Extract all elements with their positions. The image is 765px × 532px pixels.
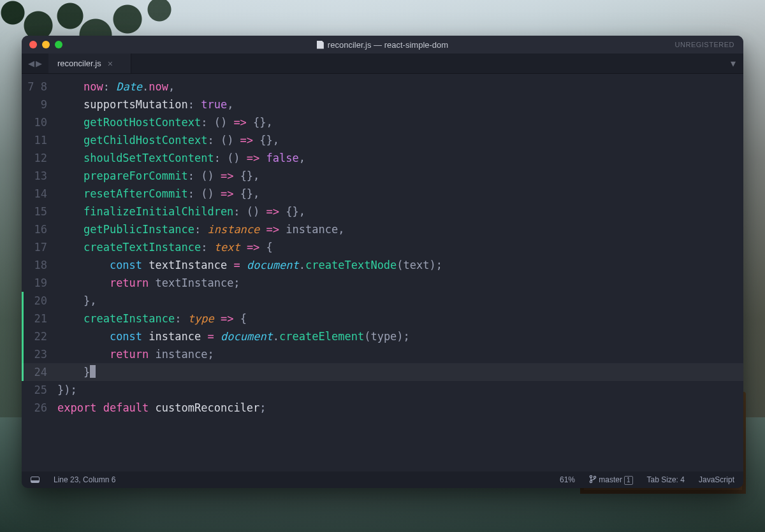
titlebar[interactable]: reconciler.js — react-simple-dom UNREGIS…: [22, 36, 743, 54]
syntax-language[interactable]: JavaScript: [699, 475, 734, 484]
window-controls: [22, 41, 62, 48]
editor-window: reconciler.js — react-simple-dom UNREGIS…: [22, 36, 743, 488]
code-area[interactable]: 7 8 9 10 11 12 13 14 15 16 17 18 19 20 2…: [22, 74, 743, 471]
indentation-setting[interactable]: Tab Size: 4: [647, 475, 685, 484]
desktop-wallpaper: reconciler.js — react-simple-dom UNREGIS…: [0, 0, 765, 532]
git-branch-name: master: [599, 475, 622, 484]
close-window-button[interactable]: [29, 41, 37, 48]
window-title: reconciler.js — react-simple-dom: [22, 40, 743, 50]
vcs-gutter: [22, 74, 26, 471]
status-bar: Line 23, Column 6 61% master1 Tab Size: …: [22, 471, 743, 488]
nav-arrows: ◀ ▶: [22, 54, 48, 73]
tab-bar: ◀ ▶ reconciler.js × ▾: [22, 54, 743, 74]
tab-close-icon[interactable]: ×: [108, 59, 113, 69]
panel-toggle-icon[interactable]: [31, 477, 40, 483]
tab-overflow-icon[interactable]: ▾: [723, 54, 743, 73]
git-ahead-count: 1: [624, 476, 633, 485]
scroll-percent[interactable]: 61%: [560, 475, 575, 484]
tab-filename: reconciler.js: [57, 59, 101, 68]
nav-back-icon[interactable]: ◀: [28, 59, 34, 68]
svg-point-2: [594, 476, 595, 478]
nav-forward-icon[interactable]: ▶: [36, 59, 42, 68]
maximize-window-button[interactable]: [55, 41, 62, 48]
file-tab[interactable]: reconciler.js ×: [48, 54, 131, 73]
git-branch[interactable]: master1: [589, 475, 633, 485]
file-icon: [317, 41, 324, 49]
git-branch-icon: [589, 475, 597, 484]
unregistered-label: UNREGISTERED: [675, 41, 743, 48]
svg-point-1: [590, 480, 592, 482]
cursor-position[interactable]: Line 23, Column 6: [54, 475, 115, 484]
line-number-gutter[interactable]: 7 8 9 10 11 12 13 14 15 16 17 18 19 20 2…: [26, 74, 54, 471]
code-content[interactable]: {} now: Date.now, supportsMutation: true…: [54, 74, 743, 471]
minimize-window-button[interactable]: [42, 41, 50, 48]
svg-point-0: [590, 475, 592, 477]
window-title-text: reconciler.js — react-simple-dom: [328, 40, 448, 50]
